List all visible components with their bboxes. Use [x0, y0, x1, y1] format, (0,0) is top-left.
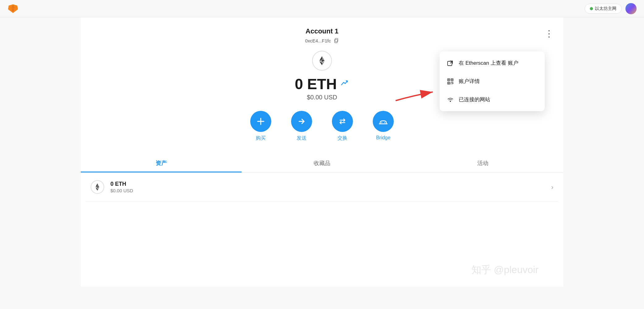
action-buttons-row: 购买 发送 交换: [81, 111, 563, 141]
swap-label: 交换: [337, 135, 347, 141]
tab-activity[interactable]: 活动: [402, 154, 563, 172]
menu-item-account-details-label: 账户详情: [459, 78, 480, 85]
svg-rect-34: [448, 83, 449, 84]
fox-logo: [7, 3, 19, 14]
asset-name: 0 ETH: [110, 181, 551, 187]
bridge-button-group: Bridge: [373, 111, 394, 141]
account-address-text: 0xcE4...F1fc: [305, 38, 331, 43]
svg-rect-30: [448, 79, 449, 80]
eth-balance-text: 0 ETH: [295, 76, 337, 93]
svg-marker-24: [96, 188, 97, 191]
account-avatar[interactable]: [625, 3, 637, 14]
buy-button[interactable]: [250, 111, 271, 132]
buy-button-group: 购买: [250, 111, 271, 141]
asset-info: 0 ETH $0.00 USD: [110, 181, 551, 193]
menu-item-connected-sites[interactable]: 已连接的网站: [440, 90, 545, 109]
wallet-main: ⋮ Account 1 0xcE4...F1fc 0 ETH: [81, 17, 563, 287]
asset-chevron-icon: ›: [551, 184, 553, 191]
eth-logo-circle: [312, 51, 332, 71]
eth-logo-svg: [316, 55, 328, 66]
network-label: 以太坊主网: [595, 6, 616, 11]
table-row[interactable]: 0 ETH $0.00 USD ›: [86, 173, 558, 202]
eth-asset-icon: [91, 180, 104, 194]
buy-label: 购买: [256, 135, 266, 141]
svg-point-4: [12, 7, 14, 10]
network-badge[interactable]: 以太坊主网: [585, 4, 622, 14]
account-header: Account 1 0xcE4...F1fc: [81, 27, 563, 43]
top-bar: 以太坊主网: [0, 0, 644, 17]
menu-item-account-details[interactable]: 账户详情: [440, 72, 545, 90]
wifi-icon: [447, 96, 454, 103]
account-address-row: 0xcE4...F1fc: [81, 38, 563, 43]
tabs-bar: 资产 收藏品 活动: [81, 154, 563, 173]
top-bar-right: 以太坊主网: [585, 3, 637, 14]
svg-point-41: [450, 101, 451, 102]
three-dot-menu-button[interactable]: ⋮: [542, 27, 556, 40]
swap-button-group: 交换: [332, 111, 353, 141]
tab-collectibles[interactable]: 收藏品: [242, 154, 402, 172]
external-link-icon: [447, 60, 454, 67]
svg-point-19: [381, 122, 382, 123]
account-name: Account 1: [81, 27, 563, 35]
send-button[interactable]: [291, 111, 312, 132]
copy-address-icon[interactable]: [333, 38, 339, 43]
send-button-group: 发送: [291, 111, 312, 141]
menu-item-connected-sites-label: 已连接的网站: [459, 96, 490, 103]
svg-rect-32: [452, 79, 453, 80]
asset-fiat: $0.00 USD: [110, 188, 551, 193]
svg-marker-23: [97, 188, 99, 191]
top-bar-left: [7, 3, 19, 14]
tab-assets[interactable]: 资产: [81, 154, 242, 172]
context-menu: 在 Etherscan 上查看 账户: [440, 51, 545, 111]
bridge-label: Bridge: [376, 135, 390, 141]
qr-code-icon: [447, 78, 454, 85]
network-status-dot: [590, 7, 593, 10]
watermark: 知乎 @pleuvoir: [471, 263, 539, 277]
bridge-button[interactable]: [373, 111, 394, 132]
menu-item-etherscan-label: 在 Etherscan 上查看 账户: [459, 59, 518, 67]
eth-small-svg: [93, 183, 102, 191]
svg-point-20: [384, 122, 385, 123]
chart-icon[interactable]: [341, 79, 349, 89]
asset-list: 0 ETH $0.00 USD ›: [81, 173, 563, 202]
menu-item-etherscan[interactable]: 在 Etherscan 上查看 账户: [440, 54, 545, 72]
send-label: 发送: [297, 135, 307, 141]
swap-button[interactable]: [332, 111, 353, 132]
